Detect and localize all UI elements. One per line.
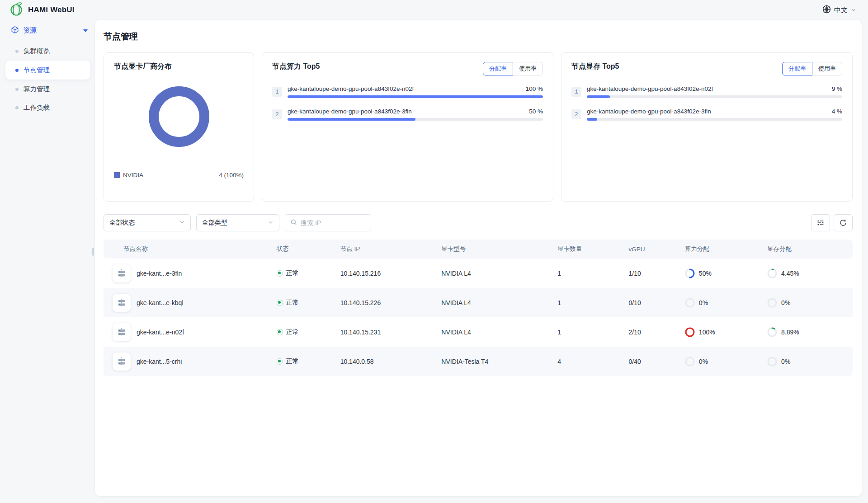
top-bar: HAMi WebUI 中文 <box>0 0 868 20</box>
rate-toggle: 分配率使用率 <box>483 62 543 75</box>
column-settings-button[interactable] <box>811 214 830 231</box>
sidebar-item-link[interactable]: 集群概览 <box>0 42 95 60</box>
refresh-button[interactable] <box>834 214 853 231</box>
summary-cards: 节点显卡厂商分布 NVIDIA 4 (100%) 节点算力 Top5 分配率使用… <box>104 52 853 202</box>
status-filter-select[interactable]: 全部状态 <box>104 214 191 231</box>
status-label: 正常 <box>286 328 299 336</box>
ring-chart <box>685 298 695 308</box>
vendor-donut-chart <box>114 76 244 157</box>
table-header-row: 节点名称状态节点 IP显卡型号显卡数量vGPU算力分配显存分配 <box>104 240 853 259</box>
compute-allocation: 100% <box>685 327 758 337</box>
rank-badge: 2 <box>272 109 282 119</box>
gpu-count: 4 <box>553 347 624 376</box>
sidebar-item-link[interactable]: 工作负载 <box>0 99 95 117</box>
toggle-option-button[interactable]: 使用率 <box>513 62 543 75</box>
sidebar-item-label: 算力管理 <box>24 85 50 94</box>
memory-allocation-label: 4.45% <box>781 270 799 277</box>
card-memory-top5: 节点显存 Top5 分配率使用率 1gke-kantaloupe-demo-gp… <box>561 52 853 202</box>
memory-allocation: 0% <box>767 357 848 367</box>
hami-logo-icon <box>10 2 24 18</box>
sidebar-item-link[interactable]: 算力管理 <box>0 80 95 98</box>
ring-chart <box>767 357 777 367</box>
top5-item: 2gke-kantaloupe-demo-gpu-pool-a843f02e-3… <box>571 108 842 121</box>
node-name-link[interactable]: gke-kant...5-crhi <box>137 358 182 365</box>
table-row[interactable]: gke-kant...5-crhi正常10.140.0.58NVIDIA-Tes… <box>104 347 853 376</box>
column-header: 节点名称 <box>104 240 272 259</box>
node-icon-button[interactable] <box>113 264 131 282</box>
node-icon-button[interactable] <box>113 353 131 371</box>
gpu-model: NVIDIA L4 <box>437 317 553 347</box>
ring-chart <box>685 357 695 367</box>
top5-list: 1gke-kantaloupe-demo-gpu-pool-a843f02e-n… <box>571 85 842 121</box>
sidebar-item-label: 集群概览 <box>24 47 50 56</box>
sidebar-item-active[interactable]: 节点管理 <box>5 61 90 80</box>
ip-search-input[interactable] <box>301 219 366 226</box>
language-selector[interactable]: 中文 <box>822 5 856 15</box>
node-name-link[interactable]: gke-kant...e-3fln <box>137 270 182 277</box>
node-ip: 10.140.15.226 <box>336 288 437 317</box>
rate-toggle: 分配率使用率 <box>782 62 842 75</box>
sidebar-section-resources[interactable]: 资源 <box>0 21 95 40</box>
node-icon-button[interactable] <box>113 323 131 341</box>
compute-allocation-label: 100% <box>699 329 715 336</box>
table-row[interactable]: gke-kant...e-n02f正常10.140.15.231NVIDIA L… <box>104 317 853 347</box>
card-gpu-vendor-distribution: 节点显卡厂商分布 NVIDIA 4 (100%) <box>104 52 254 202</box>
status-ok-icon <box>277 270 283 277</box>
sidebar-item-label: 节点管理 <box>24 66 50 75</box>
card-title: 节点显卡厂商分布 <box>114 62 244 71</box>
gpu-count: 1 <box>553 259 624 288</box>
column-header: 状态 <box>272 240 336 259</box>
vgpu-ratio: 2/10 <box>624 317 680 347</box>
menu-dot <box>15 88 19 91</box>
table-row[interactable]: gke-kant...e-kbql正常10.140.15.226NVIDIA L… <box>104 288 853 317</box>
type-filter-select[interactable]: 全部类型 <box>196 214 279 231</box>
chevron-down-icon <box>851 6 856 14</box>
caret-down-icon <box>83 29 88 32</box>
node-icon <box>117 268 127 278</box>
sidebar: 资源 集群概览节点管理算力管理工作负载 <box>0 20 95 503</box>
memory-allocation-label: 0% <box>781 358 790 365</box>
app-title: HAMi WebUI <box>28 5 75 14</box>
rank-badge: 1 <box>272 87 282 97</box>
column-header: vGPU <box>624 240 680 259</box>
legend-label: NVIDIA <box>123 172 219 179</box>
gpu-count: 1 <box>553 317 624 347</box>
node-name-link[interactable]: gke-kant...e-kbql <box>137 299 184 306</box>
node-ip: 10.140.15.231 <box>336 317 437 347</box>
brand: HAMi WebUI <box>10 2 75 18</box>
sidebar-section-label: 资源 <box>23 26 79 35</box>
chevron-down-icon <box>268 219 274 226</box>
toggle-option-button[interactable]: 使用率 <box>812 62 842 75</box>
compute-allocation-label: 0% <box>699 358 708 365</box>
legend-value: 4 (100%) <box>219 172 244 179</box>
memory-allocation-label: 8.89% <box>781 329 799 336</box>
globe-icon <box>822 5 831 15</box>
status-filter-value: 全部状态 <box>109 219 135 227</box>
filter-bar: 全部状态 全部类型 <box>104 214 853 231</box>
table-row[interactable]: gke-kant...e-3fln正常10.140.15.216NVIDIA L… <box>104 259 853 288</box>
rank-badge: 1 <box>571 87 581 97</box>
status-ok-icon <box>277 358 283 365</box>
percent-value: 4 % <box>832 108 842 115</box>
main-panel: 节点管理 节点显卡厂商分布 NVIDIA 4 (100%) <box>95 20 862 496</box>
status-ok-icon <box>277 329 283 335</box>
refresh-icon <box>839 219 847 227</box>
progress-bar <box>587 95 842 98</box>
language-label: 中文 <box>834 6 848 14</box>
node-name-link[interactable]: gke-kant...e-n02f <box>137 329 184 336</box>
menu-dot <box>15 106 19 109</box>
node-ip: 10.140.15.216 <box>336 259 437 288</box>
progress-bar <box>587 118 842 121</box>
progress-bar <box>288 118 543 121</box>
compute-allocation-label: 0% <box>699 299 708 306</box>
ring-chart <box>767 268 777 278</box>
gpu-model: NVIDIA-Tesla T4 <box>437 347 553 376</box>
column-header: 算力分配 <box>680 240 763 259</box>
card-title: 节点算力 Top5 <box>272 62 320 71</box>
node-icon-button[interactable] <box>113 294 131 312</box>
legend-swatch <box>114 172 120 178</box>
toggle-option-button[interactable]: 分配率 <box>782 62 812 75</box>
sidebar-menu: 集群概览节点管理算力管理工作负载 <box>0 42 95 117</box>
toggle-option-button[interactable]: 分配率 <box>483 62 513 75</box>
sidebar-resize-handle[interactable] <box>92 248 94 256</box>
